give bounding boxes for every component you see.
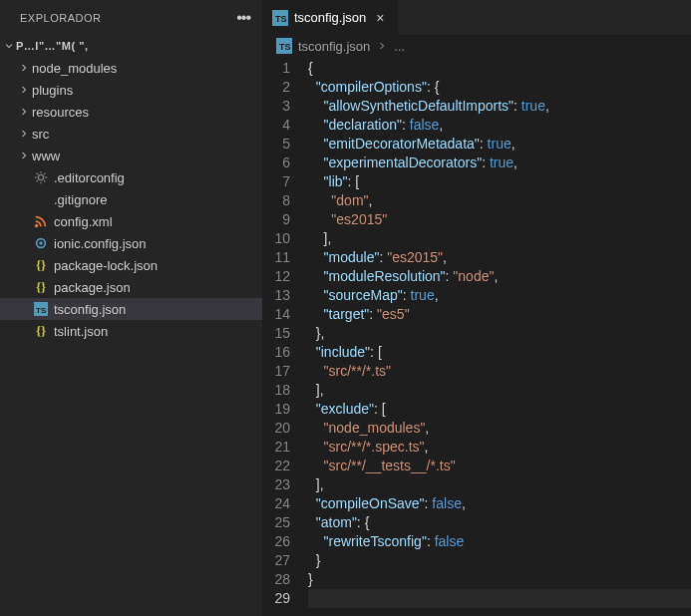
folder-label: plugins — [32, 83, 73, 98]
file-item[interactable]: TStsconfig.json — [0, 298, 262, 320]
tab-bar: TS tsconfig.json × — [262, 0, 691, 35]
main-area: TS tsconfig.json × TS tsconfig.json ... … — [262, 0, 691, 616]
file-label: package-lock.json — [54, 258, 158, 273]
breadcrumb-file: tsconfig.json — [298, 39, 370, 54]
chevron-right-icon — [16, 150, 32, 161]
sidebar-title: EXPLORADOR — [20, 12, 101, 24]
file-label: .editorconfig — [54, 170, 125, 185]
file-icon — [32, 170, 50, 184]
breadcrumb[interactable]: TS tsconfig.json ... — [262, 35, 691, 57]
file-item[interactable]: .editorconfig — [0, 166, 262, 188]
svg-text:TS: TS — [275, 14, 287, 24]
file-icon: {} — [32, 257, 50, 273]
file-label: tsconfig.json — [54, 302, 126, 317]
folder-item[interactable]: www — [0, 145, 262, 166]
code-editor[interactable]: 1234567891011121314151617181920212223242… — [262, 57, 691, 616]
folder-item[interactable]: node_modules — [0, 57, 262, 79]
file-label: tslint.json — [54, 324, 108, 339]
file-item[interactable]: config.xml — [0, 210, 262, 232]
svg-point-1 — [35, 224, 39, 228]
file-icon — [32, 192, 50, 206]
file-label: package.json — [54, 280, 131, 295]
folder-label: www — [32, 149, 60, 163]
file-label: ionic.config.json — [54, 236, 147, 251]
tab-label: tsconfig.json — [294, 10, 366, 25]
project-name: P…I"…"M( ", — [16, 40, 88, 52]
file-icon: {} — [32, 279, 50, 295]
svg-point-0 — [38, 174, 43, 179]
chevron-right-icon — [376, 40, 388, 52]
chevron-down-icon — [2, 40, 16, 52]
ts-icon: TS — [272, 10, 288, 26]
folder-item[interactable]: plugins — [0, 79, 262, 101]
close-icon[interactable]: × — [372, 10, 388, 26]
folder-item[interactable]: src — [0, 123, 262, 145]
sidebar-header: EXPLORADOR ••• — [0, 0, 262, 35]
more-actions-icon[interactable]: ••• — [236, 9, 250, 27]
folder-label: src — [32, 127, 49, 142]
chevron-right-icon — [16, 106, 32, 118]
file-icon: TS — [32, 302, 50, 316]
file-icon — [32, 236, 50, 250]
file-item[interactable]: ionic.config.json — [0, 232, 262, 254]
folder-label: node_modules — [32, 61, 117, 76]
svg-text:TS: TS — [279, 42, 291, 52]
file-item[interactable]: {}package-lock.json — [0, 254, 262, 276]
explorer-sidebar: EXPLORADOR ••• P…I"…"M( ", node_modulesp… — [0, 0, 262, 616]
project-root[interactable]: P…I"…"M( ", — [0, 35, 262, 57]
ts-icon: TS — [276, 38, 292, 54]
file-item[interactable]: .gitignore — [0, 188, 262, 210]
chevron-right-icon — [16, 128, 32, 140]
line-gutter: 1234567891011121314151617181920212223242… — [262, 59, 308, 616]
file-icon — [32, 214, 50, 228]
code-content[interactable]: { "compilerOptions": { "allowSyntheticDe… — [308, 59, 691, 616]
chevron-right-icon — [16, 84, 32, 96]
folder-item[interactable]: resources — [0, 101, 262, 123]
tab-tsconfig[interactable]: TS tsconfig.json × — [262, 0, 399, 35]
file-label: config.xml — [54, 214, 113, 229]
svg-text:TS: TS — [36, 306, 47, 315]
svg-point-3 — [39, 241, 43, 245]
file-item[interactable]: {}package.json — [0, 276, 262, 298]
file-tree: node_modulespluginsresourcessrcwww.edito… — [0, 57, 262, 342]
file-label: .gitignore — [54, 192, 107, 207]
chevron-right-icon — [16, 62, 32, 74]
breadcrumb-more: ... — [394, 39, 405, 54]
file-item[interactable]: {}tslint.json — [0, 320, 262, 342]
folder-label: resources — [32, 105, 89, 120]
file-icon: {} — [32, 323, 50, 339]
